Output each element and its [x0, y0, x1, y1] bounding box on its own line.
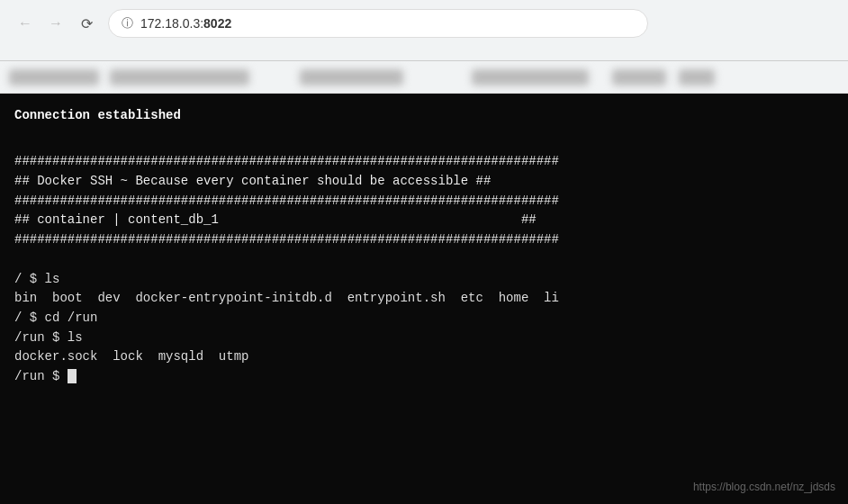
bookmark-3[interactable]	[300, 69, 403, 86]
blank-line-2	[14, 250, 834, 270]
cmd-2-prompt: / $ cd /run	[14, 309, 834, 328]
browser-chrome: ← → ⟳ ⓘ 172.18.0.3:8022	[0, 0, 848, 61]
hash-line-2: ########################################…	[14, 192, 834, 212]
cmd-1-prompt: / $ ls	[14, 270, 834, 290]
back-button[interactable]: ←	[13, 11, 38, 36]
cmd-4-prompt: /run $	[14, 367, 834, 387]
address-host: 172.18.0.3	[140, 16, 200, 31]
container-line: ## container | content_db_1 ##	[14, 211, 834, 230]
bookmarks-bar	[0, 61, 848, 94]
hash-line-1: ########################################…	[14, 152, 834, 172]
cmd-3-output: docker.sock lock mysqld utmp	[14, 347, 834, 367]
address-bar[interactable]: ⓘ 172.18.0.3:8022	[108, 9, 648, 38]
banner-line: ## Docker SSH ~ Because every container …	[14, 172, 834, 192]
browser-toolbar: ← → ⟳ ⓘ 172.18.0.3:8022	[0, 0, 848, 47]
bookmark-5[interactable]	[612, 69, 666, 86]
reload-button[interactable]: ⟳	[74, 11, 99, 36]
cmd-3-prompt: /run $ ls	[14, 328, 834, 348]
address-port: 8022	[203, 16, 231, 31]
blank-line-1	[14, 133, 834, 153]
bookmark-6[interactable]	[679, 69, 715, 86]
bookmark-4[interactable]	[472, 69, 589, 86]
connection-message: Connection established	[14, 106, 834, 126]
watermark: https://blog.csdn.net/nz_jdsds	[693, 481, 835, 493]
cmd-1-output: bin boot dev docker-entrypoint-initdb.d …	[14, 289, 834, 309]
address-text: 172.18.0.3:8022	[140, 16, 231, 31]
bookmark-2[interactable]	[110, 69, 249, 86]
info-icon: ⓘ	[122, 15, 133, 32]
bookmark-1[interactable]	[9, 69, 99, 86]
terminal-cursor	[68, 369, 77, 383]
forward-button[interactable]: →	[43, 11, 68, 36]
hash-line-3: ########################################…	[14, 230, 834, 250]
nav-buttons: ← → ⟳	[13, 11, 99, 36]
terminal[interactable]: Connection established #################…	[0, 94, 848, 504]
